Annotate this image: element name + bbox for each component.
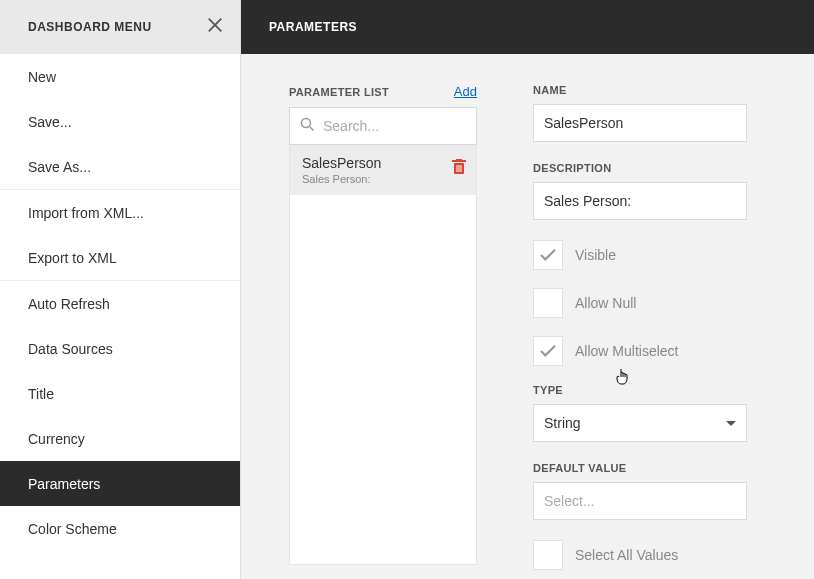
parameter-list-column: PARAMETER LIST Add SalesPerson Sales Per… bbox=[289, 84, 477, 579]
sidebar-title: DASHBOARD MENU bbox=[28, 20, 152, 34]
main-header: PARAMETERS bbox=[241, 0, 814, 54]
menu-item-import-xml[interactable]: Import from XML... bbox=[0, 190, 240, 235]
select-all-label: Select All Values bbox=[575, 547, 678, 563]
menu-label: Save As... bbox=[28, 159, 91, 175]
menu-item-auto-refresh[interactable]: Auto Refresh bbox=[0, 281, 240, 326]
allow-null-label: Allow Null bbox=[575, 295, 636, 311]
menu-label: Currency bbox=[28, 431, 85, 447]
menu-label: Parameters bbox=[28, 476, 100, 492]
menu-item-parameters[interactable]: Parameters bbox=[0, 461, 240, 506]
name-field[interactable] bbox=[533, 104, 747, 142]
name-label: NAME bbox=[533, 84, 747, 96]
main-body: PARAMETER LIST Add SalesPerson Sales Per… bbox=[241, 54, 814, 579]
search-input-wrap[interactable] bbox=[289, 107, 477, 145]
parameter-item-desc: Sales Person: bbox=[302, 173, 464, 185]
menu-item-currency[interactable]: Currency bbox=[0, 416, 240, 461]
type-select[interactable]: String bbox=[533, 404, 747, 442]
select-all-checkbox[interactable] bbox=[533, 540, 563, 570]
type-label: TYPE bbox=[533, 384, 747, 396]
select-all-checkbox-row: Select All Values bbox=[533, 540, 747, 570]
default-value-select[interactable]: Select... bbox=[533, 482, 747, 520]
close-icon[interactable] bbox=[206, 16, 224, 38]
svg-rect-5 bbox=[452, 160, 466, 162]
menu-label: Export to XML bbox=[28, 250, 117, 266]
menu-item-save-as[interactable]: Save As... bbox=[0, 144, 240, 189]
parameter-form-column: NAME DESCRIPTION Visible Allow Null Allo… bbox=[533, 84, 747, 579]
menu-label: Data Sources bbox=[28, 341, 113, 357]
parameter-list-item[interactable]: SalesPerson Sales Person: bbox=[290, 145, 476, 195]
allow-multiselect-label: Allow Multiselect bbox=[575, 343, 678, 359]
menu-item-color-scheme[interactable]: Color Scheme bbox=[0, 506, 240, 551]
type-value: String bbox=[544, 415, 581, 431]
svg-point-2 bbox=[302, 118, 311, 127]
chevron-down-icon bbox=[726, 421, 736, 426]
menu-item-data-sources[interactable]: Data Sources bbox=[0, 326, 240, 371]
allow-multiselect-checkbox[interactable] bbox=[533, 336, 563, 366]
visible-label: Visible bbox=[575, 247, 616, 263]
allow-multiselect-checkbox-row: Allow Multiselect bbox=[533, 336, 747, 366]
menu-label: Color Scheme bbox=[28, 521, 117, 537]
parameter-list-title: PARAMETER LIST bbox=[289, 86, 389, 98]
svg-rect-8 bbox=[459, 165, 460, 172]
sidebar-header: DASHBOARD MENU bbox=[0, 0, 240, 54]
menu-label: New bbox=[28, 69, 56, 85]
parameter-list-header: PARAMETER LIST Add bbox=[289, 84, 477, 99]
trash-icon[interactable] bbox=[452, 159, 466, 179]
menu-item-new[interactable]: New bbox=[0, 54, 240, 99]
svg-rect-6 bbox=[456, 159, 462, 160]
page-title: PARAMETERS bbox=[269, 20, 357, 34]
description-label: DESCRIPTION bbox=[533, 162, 747, 174]
menu-label: Import from XML... bbox=[28, 205, 144, 221]
menu-item-export-xml[interactable]: Export to XML bbox=[0, 235, 240, 280]
svg-rect-9 bbox=[461, 165, 462, 172]
menu-label: Title bbox=[28, 386, 54, 402]
parameter-list: SalesPerson Sales Person: bbox=[289, 145, 477, 565]
visible-checkbox[interactable] bbox=[533, 240, 563, 270]
menu-label: Auto Refresh bbox=[28, 296, 110, 312]
visible-checkbox-row: Visible bbox=[533, 240, 747, 270]
menu-label: Save... bbox=[28, 114, 72, 130]
search-icon bbox=[300, 117, 323, 136]
default-value-placeholder: Select... bbox=[544, 493, 595, 509]
allow-null-checkbox[interactable] bbox=[533, 288, 563, 318]
search-input[interactable] bbox=[323, 118, 466, 134]
dashboard-menu-sidebar: DASHBOARD MENU New Save... Save As... Im… bbox=[0, 0, 241, 579]
allow-null-checkbox-row: Allow Null bbox=[533, 288, 747, 318]
svg-line-3 bbox=[310, 126, 314, 130]
main-panel: PARAMETERS PARAMETER LIST Add SalesPerso… bbox=[241, 0, 814, 579]
default-value-label: DEFAULT VALUE bbox=[533, 462, 747, 474]
menu-item-title[interactable]: Title bbox=[0, 371, 240, 416]
svg-rect-7 bbox=[457, 165, 458, 172]
menu-item-save[interactable]: Save... bbox=[0, 99, 240, 144]
parameter-item-name: SalesPerson bbox=[302, 155, 464, 171]
description-field[interactable] bbox=[533, 182, 747, 220]
add-parameter-link[interactable]: Add bbox=[454, 84, 477, 99]
